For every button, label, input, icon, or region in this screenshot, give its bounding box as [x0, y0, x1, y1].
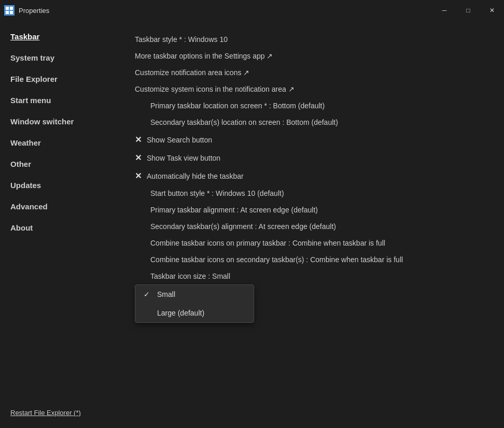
- show-search-label[interactable]: Show Search button: [147, 136, 212, 144]
- combine-primary-row: Combine taskbar icons on primary taskbar…: [135, 235, 488, 251]
- sidebar-item-weather[interactable]: Weather: [0, 132, 119, 153]
- start-button-style-row: Start button style * : Windows 10 (defau…: [135, 185, 488, 202]
- sidebar: Taskbar System tray File Explorer Start …: [0, 21, 119, 428]
- auto-hide-label[interactable]: Automatically hide the taskbar: [147, 172, 244, 180]
- customize-system-icons-row[interactable]: Customize system icons in the notificati…: [135, 81, 488, 97]
- combine-secondary-row: Combine taskbar icons on secondary taskb…: [135, 251, 488, 268]
- title-bar: Properties ─ □ ✕: [0, 0, 504, 21]
- title-bar-left: Properties: [4, 5, 49, 16]
- start-button-style-text: Start button style * : Windows 10 (defau…: [150, 189, 284, 197]
- svg-rect-1: [10, 7, 13, 10]
- sidebar-item-file-explorer[interactable]: File Explorer: [0, 68, 119, 90]
- more-taskbar-options-row[interactable]: More taskbar options in the Settings app…: [135, 48, 488, 64]
- svg-rect-0: [6, 7, 9, 10]
- close-button[interactable]: ✕: [480, 2, 504, 19]
- secondary-location-row: Secondary taskbar(s) location on screen …: [135, 114, 488, 131]
- maximize-button[interactable]: □: [456, 2, 480, 19]
- customize-system-icons-link[interactable]: Customize system icons in the notificati…: [135, 85, 295, 93]
- show-taskview-row[interactable]: ✕ Show Task view button: [135, 149, 488, 167]
- window-title: Properties: [19, 7, 49, 15]
- restart-file-explorer-link[interactable]: Restart File Explorer (*): [0, 403, 119, 423]
- secondary-alignment-text: Secondary taskbar(s) alignment : At scre…: [150, 222, 336, 231]
- sidebar-item-taskbar[interactable]: Taskbar: [0, 26, 119, 47]
- show-search-x-icon: ✕: [135, 135, 142, 145]
- primary-location-row: Primary taskbar location on screen * : B…: [135, 97, 488, 114]
- dropdown-option-large[interactable]: Large (default): [135, 304, 254, 322]
- icon-size-dropdown[interactable]: ✓ Small Large (default): [135, 284, 254, 323]
- show-search-row[interactable]: ✕ Show Search button: [135, 131, 488, 149]
- taskbar-style-text: Taskbar style * : Windows 10: [135, 35, 228, 44]
- main-settings-panel: Taskbar style * : Windows 10 More taskba…: [119, 21, 504, 428]
- minimize-button[interactable]: ─: [432, 2, 456, 19]
- customize-notification-link[interactable]: Customize notification area icons ↗: [135, 68, 249, 77]
- secondary-location-text: Secondary taskbar(s) location on screen …: [150, 118, 338, 126]
- primary-alignment-text: Primary taskbar alignment : At screen ed…: [150, 206, 318, 214]
- app-icon: [4, 5, 15, 16]
- combine-secondary-text: Combine taskbar icons on secondary taskb…: [150, 255, 403, 264]
- taskbar-style-row: Taskbar style * : Windows 10: [135, 31, 488, 48]
- combine-primary-text: Combine taskbar icons on primary taskbar…: [150, 239, 385, 247]
- icon-size-row: Taskbar icon size : Small: [135, 268, 488, 284]
- checkmark-small: ✓: [144, 290, 152, 298]
- sidebar-item-system-tray[interactable]: System tray: [0, 47, 119, 68]
- dropdown-option-small-label: Small: [157, 290, 175, 298]
- sidebar-item-start-menu[interactable]: Start menu: [0, 90, 119, 111]
- secondary-alignment-row: Secondary taskbar(s) alignment : At scre…: [135, 218, 488, 235]
- dropdown-option-large-label: Large (default): [157, 309, 204, 317]
- sidebar-item-about[interactable]: About: [0, 217, 119, 238]
- sidebar-item-advanced[interactable]: Advanced: [0, 196, 119, 217]
- primary-location-text: Primary taskbar location on screen * : B…: [150, 102, 325, 110]
- icon-size-text: Taskbar icon size : Small: [150, 272, 230, 280]
- title-bar-buttons: ─ □ ✕: [432, 2, 504, 19]
- show-taskview-label[interactable]: Show Task view button: [147, 154, 220, 162]
- svg-rect-3: [10, 11, 13, 14]
- primary-alignment-row: Primary taskbar alignment : At screen ed…: [135, 202, 488, 218]
- sidebar-item-other[interactable]: Other: [0, 153, 119, 175]
- more-taskbar-options-link[interactable]: More taskbar options in the Settings app…: [135, 52, 273, 60]
- window: Properties ─ □ ✕ Taskbar System tray Fil…: [0, 0, 504, 428]
- show-taskview-x-icon: ✕: [135, 153, 142, 163]
- sidebar-item-updates[interactable]: Updates: [0, 175, 119, 196]
- content-area: Taskbar System tray File Explorer Start …: [0, 21, 504, 428]
- auto-hide-row[interactable]: ✕ Automatically hide the taskbar: [135, 167, 488, 185]
- dropdown-option-small[interactable]: ✓ Small: [135, 285, 254, 304]
- auto-hide-x-icon: ✕: [135, 171, 142, 181]
- svg-rect-2: [6, 11, 9, 14]
- customize-notification-row[interactable]: Customize notification area icons ↗: [135, 64, 488, 81]
- sidebar-item-window-switcher[interactable]: Window switcher: [0, 111, 119, 132]
